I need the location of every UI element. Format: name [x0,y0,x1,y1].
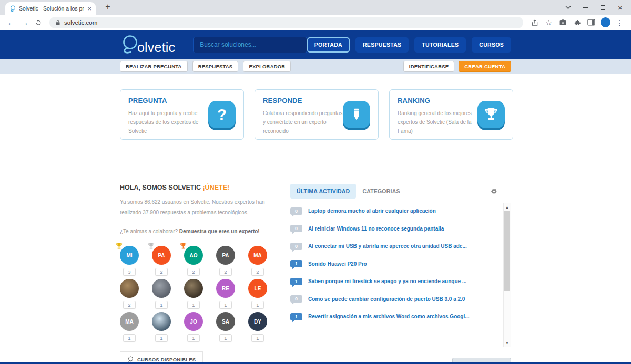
activity-item[interactable]: 0Laptop demora mucho al abrir cualquier … [290,202,497,220]
nav-tutoriales-button[interactable]: TUTORIALES [414,37,466,53]
tab-categorias[interactable]: CATEGORIAS [356,184,406,199]
user-avatar[interactable]: LE1 [248,279,267,309]
lock-icon [55,19,60,26]
pregunta-card[interactable]: PREGUNTA Haz aquí tu pregunta y recibe r… [120,89,244,140]
scroll-down-icon[interactable]: ▼ [504,340,511,346]
answer-count: 1 [123,334,136,342]
answer-count: 2 [219,268,232,276]
avatar: PA [216,246,235,265]
user-avatar[interactable]: MI3 [120,246,139,276]
user-avatar[interactable]: RE1 [216,279,235,309]
community-section: HOLA, SOMOS SOLVETIC ¡ÚNETE! Ya somos 86… [120,184,511,342]
user-avatar[interactable]: 2 [120,279,139,309]
user-avatar[interactable]: JO1 [184,312,203,342]
extensions-puzzle-icon[interactable] [570,16,584,29]
respuestas-button[interactable]: RESPUESTAS [192,61,239,72]
card-text: Colabora respondiendo preguntas y convié… [263,109,343,136]
avatar-photo [120,279,139,298]
user-avatar[interactable]: DY1 [248,312,267,342]
scrollbar-thumb[interactable] [504,211,510,291]
question-icon: ? [208,101,236,128]
activity-item[interactable]: 1Sonido Huawei P20 Pro [290,255,497,273]
activity-item[interactable]: 1Revertir asignación a mis archivos Word… [290,308,497,326]
answer-count: 3 [123,268,136,276]
answer-count: 2 [155,268,168,276]
browser-toolbar: ← → solvetic.com ☆ ⋮ [0,15,631,30]
trophy-icon [179,242,187,250]
crear-cuenta-button[interactable]: CREAR CUENTA [459,61,511,72]
user-avatar[interactable]: PA2 [216,246,235,276]
community-cta-bold: Demuestra que eres un experto! [179,228,260,234]
user-avatar[interactable]: 1 [152,279,171,309]
gear-icon[interactable] [491,188,497,195]
activity-item[interactable]: 0Al reiniciar Windows 11 no reconoce seg… [290,220,497,238]
solvetic-logo[interactable]: olvetic [120,34,175,55]
avatar: JO [184,312,203,331]
avatar: RE [216,279,235,298]
identificarse-button[interactable]: IDENTIFICARSE [403,61,454,72]
bookmark-star-icon[interactable]: ☆ [542,16,556,29]
answer-count: 2 [187,268,200,276]
reply-count-badge: 1 [290,260,302,267]
user-avatar[interactable]: AO2 [184,246,203,276]
community-description: Ya somos 86.622 usuarios en Solvetic. Nu… [120,197,281,217]
activity-item[interactable]: 0Como se puede cambiar configuración de … [290,290,497,308]
tab-ultima-actividad[interactable]: ÚLTIMA ACTIVIDAD [290,184,356,199]
tab-close-icon[interactable]: × [87,5,91,12]
answer-count: 1 [251,301,264,309]
scroll-up-icon[interactable]: ▲ [504,204,511,210]
user-avatar[interactable]: 1 [184,279,203,309]
explorador-button[interactable]: EXPLORADOR [243,61,291,72]
card-title: RESPONDE [263,97,343,105]
browser-window: { "browser": { "tab_title": "Solvetic - … [0,0,631,364]
favicon-solvetic-bulb-icon [9,5,16,12]
window-close-button[interactable]: × [612,0,629,15]
activity-scrollbar[interactable]: ▲ ▼ [503,203,511,347]
search-input[interactable] [193,37,307,53]
browser-tab[interactable]: Solvetic - Solución a los problem × [5,2,96,15]
activity-list: 0Laptop demora mucho al abrir cualquier … [290,202,497,326]
activity-item[interactable]: 0Al conectar mi USB y abrirla me aperece… [290,237,497,255]
trophy-icon [477,101,505,128]
answer-count: 1 [155,334,168,342]
responde-card[interactable]: RESPONDE Colabora respondiendo preguntas… [255,89,379,140]
new-tab-button[interactable]: + [102,2,114,12]
url-text: solvetic.com [64,19,97,26]
nav-respuestas-button[interactable]: RESPUESTAS [355,37,409,53]
card-text: Haz aquí tu pregunta y recibe respuestas… [128,109,208,136]
tab-search-chevron-icon[interactable] [559,0,577,15]
reply-count-badge: 0 [290,243,302,250]
camera-icon[interactable] [556,16,570,29]
forward-icon[interactable]: → [18,16,32,29]
user-avatar[interactable]: PA2 [152,246,171,276]
nav-cursos-button[interactable]: CURSOS [472,37,511,53]
avatar-photo [152,312,171,331]
window-minimize-button[interactable] [577,0,594,15]
side-panel-icon[interactable] [584,16,598,29]
reply-count-badge: 1 [290,278,302,285]
pencil-icon [343,101,370,128]
user-avatar[interactable]: MA2 [248,246,267,276]
nav-portada-button[interactable]: PORTADA [307,37,350,53]
reply-count-badge: 0 [290,225,302,232]
realizar-pregunta-button[interactable]: REALIZAR PREGUNTA [120,61,188,72]
share-icon[interactable] [527,16,542,29]
activity-item[interactable]: 1Saben porque mi firestick se apago y ya… [290,273,497,290]
reply-count-badge: 0 [290,207,302,215]
menu-kebab-icon[interactable]: ⋮ [613,16,627,29]
reload-icon[interactable] [32,16,45,29]
back-icon[interactable]: ← [4,16,18,29]
avatar: DY [248,312,267,331]
unete-highlight: ¡ÚNETE! [202,184,229,191]
profile-avatar[interactable] [598,16,613,29]
user-avatar[interactable]: SA1 [216,312,235,342]
ranking-card[interactable]: RANKING Ranking general de los mejores e… [389,89,513,140]
window-maximize-button[interactable] [594,0,612,15]
trophy-icon [147,242,155,250]
user-avatar[interactable]: MA1 [120,312,139,342]
address-bar[interactable]: solvetic.com [49,17,523,28]
logo-text: olvetic [137,40,175,55]
avatar: SA [216,312,235,331]
feature-cards-row: PREGUNTA Haz aquí tu pregunta y recibe r… [120,89,511,140]
user-avatar[interactable]: 1 [152,312,171,342]
